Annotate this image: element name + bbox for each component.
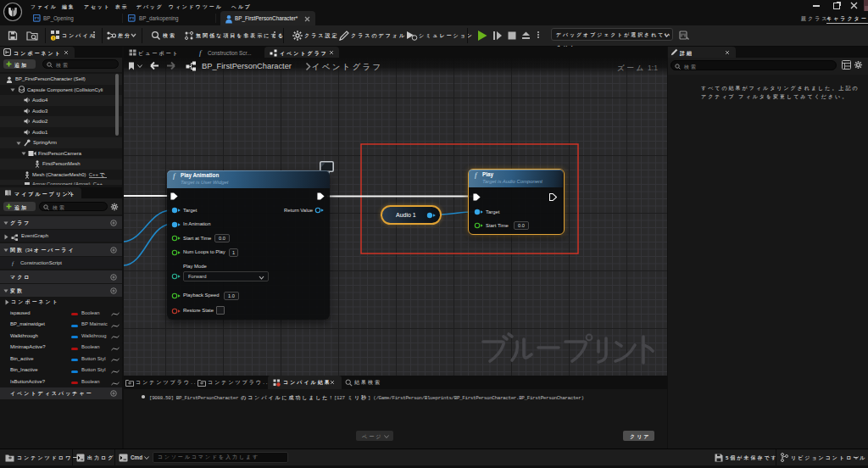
- svg-text:!: !: [53, 36, 54, 41]
